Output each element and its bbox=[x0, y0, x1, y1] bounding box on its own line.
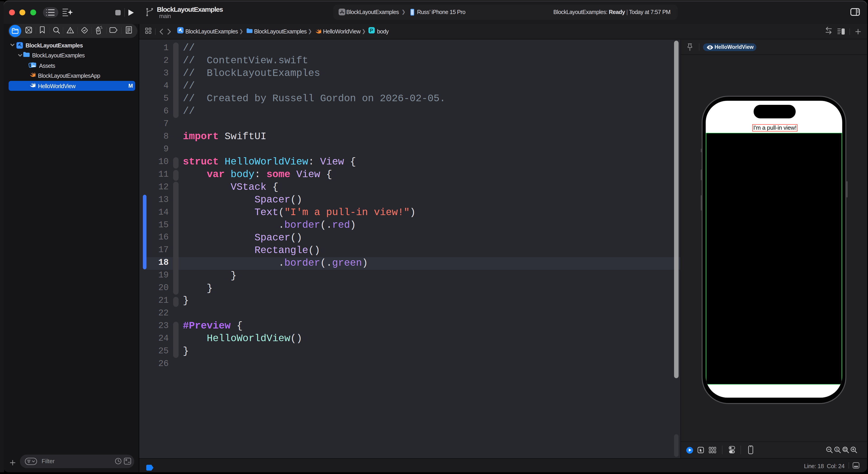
svg-text:1: 1 bbox=[836, 447, 837, 451]
